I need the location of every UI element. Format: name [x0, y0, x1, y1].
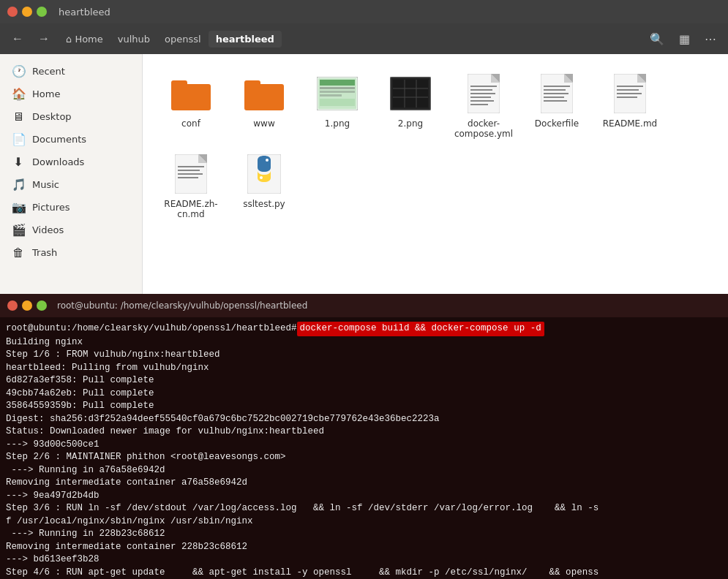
sidebar-item-trash[interactable]: 🗑 Trash [0, 241, 142, 264]
terminal-max-button[interactable] [37, 300, 47, 311]
desktop-icon: 🖥 [12, 110, 25, 124]
file-item-www[interactable]: www [228, 66, 301, 146]
sidebar-item-documents[interactable]: 📄 Documents [0, 128, 142, 151]
pictures-icon: 📷 [12, 200, 25, 214]
documents-icon: 📄 [12, 132, 25, 146]
file-item-dockerfile[interactable]: Dockerfile [520, 66, 593, 146]
home-icon: 🏠 [12, 87, 25, 101]
sidebar-label-downloads: Downloads [32, 156, 84, 167]
svg-rect-1 [171, 80, 187, 88]
svg-rect-8 [320, 91, 355, 93]
sidebar-label-home: Home [32, 88, 60, 99]
svg-rect-2 [244, 84, 284, 110]
back-button[interactable]: ← [6, 29, 29, 48]
terminal-prompt: root@ubuntu:/home/clearsky/vulhub/openss… [6, 322, 297, 336]
sidebar-label-documents: Documents [32, 134, 86, 145]
terminal-output-line-7: Digest: sha256:d3f252a94deef55540cf0a679… [6, 413, 722, 426]
file-label-1png: 1.png [325, 118, 350, 129]
svg-rect-40 [617, 93, 642, 94]
svg-rect-34 [544, 100, 567, 102]
file-manager: ← → ⌂ Home vulhub openssl heartbleed 🔍 ▦… [0, 23, 728, 294]
sidebar-label-pictures: Pictures [32, 202, 70, 213]
downloads-icon: ⬇ [12, 155, 25, 169]
terminal-close-button[interactable] [7, 300, 18, 311]
search-button[interactable]: 🔍 [644, 28, 670, 50]
sidebar-item-home[interactable]: 🏠 Home [0, 83, 142, 105]
svg-rect-10 [320, 99, 355, 106]
maximize-button[interactable] [37, 7, 47, 17]
sidebar-label-videos: Videos [32, 224, 64, 235]
svg-rect-41 [617, 96, 637, 98]
sidebar-item-pictures[interactable]: 📷 Pictures [0, 196, 142, 219]
svg-rect-26 [470, 104, 488, 105]
sidebar-item-downloads[interactable]: ⬇ Downloads [0, 151, 142, 173]
svg-rect-39 [617, 89, 639, 91]
svg-rect-30 [544, 86, 570, 87]
file-item-ssltest[interactable]: ssltest.py [228, 146, 301, 227]
svg-rect-25 [470, 100, 494, 102]
breadcrumb: ⌂ Home vulhub openssl heartbleed [59, 31, 348, 48]
forward-button[interactable]: → [32, 29, 56, 48]
svg-rect-9 [320, 94, 342, 96]
sidebar-label-music: Music [32, 179, 59, 190]
terminal-window-controls[interactable] [7, 300, 47, 311]
file-item-readme-zh[interactable]: README.zh-cn.md [154, 146, 228, 227]
svg-rect-22 [470, 89, 492, 91]
file-label-2png: 2.png [398, 118, 423, 129]
breadcrumb-home[interactable]: ⌂ Home [59, 31, 110, 48]
file-label-dockerfile: Dockerfile [535, 118, 579, 129]
svg-rect-6 [320, 80, 355, 86]
svg-rect-45 [178, 166, 204, 167]
sidebar-item-music[interactable]: 🎵 Music [0, 173, 142, 196]
terminal-output-line-13: ---> 9ea497d2b4db [6, 490, 722, 503]
close-button[interactable] [7, 7, 18, 17]
terminal-min-button[interactable] [22, 300, 32, 311]
recent-icon: 🕐 [12, 64, 25, 78]
sidebar-item-desktop[interactable]: 🖥 Desktop [0, 105, 142, 128]
terminal-output-line-6: 35864559359b: Pull complete [6, 400, 722, 413]
window-title: heartbleed [59, 7, 110, 18]
nav-bar: ← → ⌂ Home vulhub openssl heartbleed 🔍 ▦… [0, 23, 728, 54]
svg-rect-0 [171, 84, 211, 110]
file-item-conf[interactable]: conf [154, 66, 228, 146]
svg-rect-24 [470, 96, 491, 98]
terminal-title: root@ubuntu: /home/clearsky/vulhub/opens… [57, 300, 307, 311]
file-item-1png[interactable]: 1.png [301, 66, 374, 146]
terminal-output-line-8: Status: Downloaded newer image for vulhu… [6, 425, 722, 439]
svg-rect-46 [178, 170, 200, 171]
doc-docker-compose-icon [463, 73, 504, 114]
doc-dockerfile-icon [536, 73, 577, 114]
breadcrumb-openssl[interactable]: openssl [157, 31, 209, 48]
minimize-button[interactable] [22, 7, 32, 17]
terminal-output-line-12: Removing intermediate container a76a58e6… [6, 477, 722, 490]
sidebar-label-trash: Trash [32, 247, 57, 258]
terminal-output-line-15: f /usr/local/nginx/sbin/nginx /usr/sbin/… [6, 515, 722, 529]
file-item-2png[interactable]: 2.png [374, 66, 447, 146]
svg-rect-13 [393, 80, 428, 107]
sidebar-item-recent[interactable]: 🕐 Recent [0, 60, 142, 83]
svg-point-51 [260, 176, 263, 179]
svg-rect-23 [470, 93, 495, 94]
terminal-output-line-16: ---> Running in 228b23c68612 [6, 528, 722, 541]
doc-readme-icon [609, 73, 650, 114]
file-item-docker-compose[interactable]: docker-compose.yml [447, 66, 520, 146]
sidebar: 🕐 Recent 🏠 Home 🖥 Desktop 📄 Documents ⬇ … [0, 54, 143, 294]
title-bar: heartbleed [0, 0, 728, 23]
svg-rect-32 [544, 93, 568, 94]
apps-button[interactable]: ⋯ [699, 28, 722, 50]
sidebar-item-videos[interactable]: 🎬 Videos [0, 219, 142, 241]
terminal-output-line-4: 6d827a3ef358: Pull complete [6, 374, 722, 387]
svg-rect-33 [544, 96, 564, 98]
svg-rect-31 [544, 89, 566, 91]
svg-point-50 [266, 159, 269, 162]
breadcrumb-heartbleed[interactable]: heartbleed [209, 31, 282, 48]
terminal-title-bar: root@ubuntu: /home/clearsky/vulhub/opens… [0, 294, 728, 317]
terminal-body[interactable]: root@ubuntu:/home/clearsky/vulhub/openss… [0, 317, 728, 579]
terminal-output-line-1: Building nginx [6, 336, 722, 349]
window-controls[interactable] [7, 7, 47, 17]
svg-rect-47 [178, 173, 203, 175]
breadcrumb-vulhub[interactable]: vulhub [110, 31, 157, 48]
view-list-button[interactable]: ▦ [673, 28, 696, 50]
file-item-readme[interactable]: README.md [593, 66, 667, 146]
terminal-output-line-10: Step 2/6 : MAINTAINER phithon <root@leav… [6, 451, 722, 464]
